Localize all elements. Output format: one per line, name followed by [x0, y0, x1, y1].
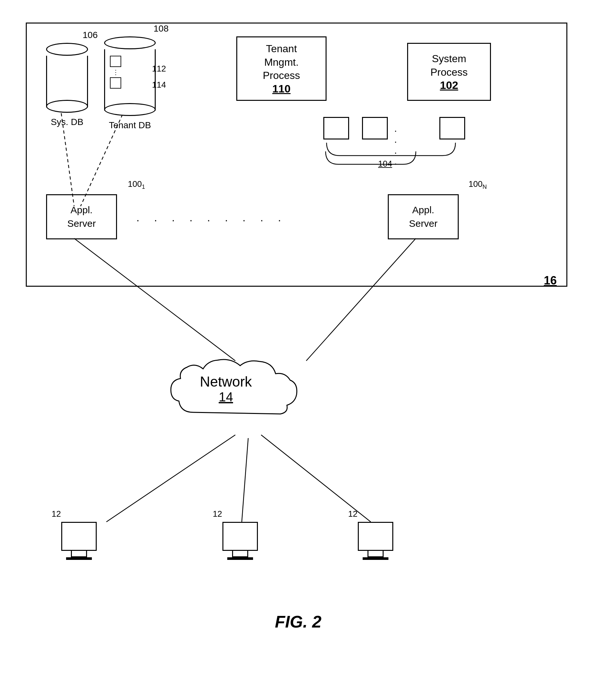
device-stand-right	[367, 551, 384, 557]
device-base-center	[227, 557, 253, 560]
sys-db-cylinder-top	[46, 43, 88, 56]
sys-process-box: SystemProcess 102	[407, 43, 491, 101]
client-center-num: 12	[213, 509, 222, 519]
sys-process-text: SystemProcess	[430, 52, 468, 79]
fig-label: FIG. 2	[275, 612, 321, 631]
sys-db: 106 Sys. DB	[46, 43, 88, 127]
tenant-db: 108 ⋮ 112 114 Tenant	[104, 36, 156, 130]
tenant-mgmt-num: 110	[272, 82, 291, 95]
network-name: Network	[200, 374, 252, 390]
tenant-mgmt-box: TenantMngmt.Process 110	[236, 36, 327, 101]
device-base-left	[66, 557, 92, 560]
client-device-left: 12	[61, 522, 97, 560]
network-cloud: Network 14	[161, 342, 323, 446]
device-box-center	[222, 522, 258, 551]
client-device-right: 12	[358, 522, 393, 560]
system-label: 16	[544, 274, 557, 288]
device-base-right	[363, 557, 388, 560]
dots-between-servers: · · · · · · · · ·	[136, 214, 287, 226]
tenant-db-cylinder-body: ⋮ 112 114	[104, 49, 156, 110]
appl-server-left-text: Appl.Server	[67, 203, 96, 230]
tab-square-1	[323, 117, 349, 140]
sys-db-label: Sys. DB	[46, 117, 88, 127]
device-box-right	[358, 522, 393, 551]
tab-square-2	[362, 117, 388, 140]
appl-server-right: Appl.Server 100N	[388, 194, 459, 239]
inner-square-1	[110, 56, 121, 67]
device-stand-left	[71, 551, 87, 557]
device-box-left	[61, 522, 97, 551]
diagram-container: 16 106 Sys. DB 108	[16, 13, 580, 657]
tenant-db-num: 108	[153, 24, 169, 34]
network-num: 14	[200, 390, 252, 404]
tenant-db-inner: ⋮	[110, 56, 121, 89]
tab-square-3	[439, 117, 465, 140]
device-stand-center	[232, 551, 248, 557]
appl-server-left-num: 1001	[128, 179, 145, 191]
appl-server-right-num: 100N	[469, 179, 487, 191]
appl-server-left: Appl.Server 1001	[46, 194, 117, 239]
inner-square-2	[110, 77, 121, 89]
client-right-num: 12	[348, 509, 358, 519]
sys-db-num: 106	[82, 30, 98, 40]
sys-process-num: 102	[440, 79, 458, 92]
tenant-db-cylinder-top	[104, 36, 156, 49]
tenant-db-label: Tenant DB	[104, 120, 156, 130]
num-112: 112	[152, 64, 166, 74]
client-device-center: 12	[222, 522, 258, 560]
svg-line-5	[242, 438, 248, 522]
tenant-db-cylinder-bottom	[104, 103, 156, 116]
sys-db-cylinder-bottom	[46, 100, 88, 113]
num-114: 114	[152, 80, 166, 90]
tabs-bracket	[320, 140, 481, 165]
sys-db-cylinder-body	[46, 56, 88, 107]
tabs-num: 104	[378, 159, 392, 169]
tenant-mgmt-text: TenantMngmt.Process	[263, 42, 300, 82]
appl-server-right-text: Appl.Server	[409, 203, 437, 230]
client-left-num: 12	[52, 509, 61, 519]
cloud-label: Network 14	[200, 374, 252, 404]
system-boundary-box: 16 106 Sys. DB 108	[26, 23, 567, 287]
